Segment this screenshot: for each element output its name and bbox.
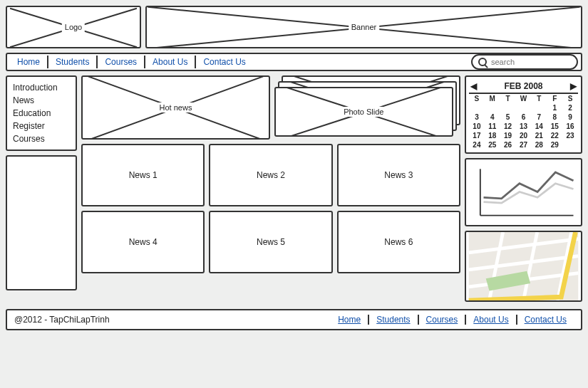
- photo-slide-pane-front: Photo Slide: [274, 87, 453, 137]
- search-box[interactable]: [471, 54, 578, 70]
- photo-slide-label: Photo Slide: [341, 107, 386, 117]
- cal-day[interactable]: 1: [547, 103, 562, 112]
- cal-dow: W: [516, 94, 532, 103]
- sidebar-item-news[interactable]: News: [13, 94, 70, 107]
- photo-slide[interactable]: Photo Slide: [274, 75, 460, 140]
- sparkline-chart: [469, 162, 578, 222]
- cal-next-icon[interactable]: ▶: [570, 81, 577, 91]
- news-grid: News 1 News 2 News 3 News 4 News 5 News …: [81, 144, 460, 273]
- cal-day[interactable]: 3: [469, 112, 485, 122]
- cal-day[interactable]: 28: [531, 140, 547, 150]
- cal-day[interactable]: 12: [500, 122, 516, 131]
- cal-dow: S: [469, 94, 485, 103]
- sidebar-empty-box: [6, 155, 77, 290]
- cal-day[interactable]: 16: [562, 122, 578, 131]
- cal-day[interactable]: 8: [547, 112, 562, 122]
- footer-links: Home Students Courses About Us Contact U…: [331, 315, 574, 325]
- calendar-grid: SMTWTFS123456789101112131415161718192021…: [469, 94, 578, 150]
- sidebar: Introduction News Education Register Cou…: [6, 75, 77, 151]
- banner-placeholder: Banner: [145, 6, 582, 48]
- cal-day[interactable]: 17: [469, 131, 485, 140]
- cal-day: [500, 103, 516, 112]
- nav-contact[interactable]: Contact Us: [196, 56, 252, 68]
- banner-label: Banner: [349, 22, 379, 32]
- news-card-4[interactable]: News 4: [81, 211, 205, 273]
- cal-dow: S: [562, 94, 578, 103]
- cal-day[interactable]: 21: [531, 131, 547, 140]
- news-card-3[interactable]: News 3: [337, 144, 460, 206]
- cal-day[interactable]: 18: [485, 131, 500, 140]
- cal-day[interactable]: 29: [547, 140, 562, 150]
- footer-link-about[interactable]: About Us: [466, 315, 517, 325]
- news-card-5[interactable]: News 5: [209, 211, 332, 273]
- footer: @2012 - TapChiLapTrinh Home Students Cou…: [6, 309, 582, 330]
- nav-links: Home Students Courses About Us Contact U…: [10, 56, 253, 68]
- cal-day: [531, 103, 547, 112]
- footer-link-contact[interactable]: Contact Us: [517, 315, 574, 325]
- cal-day[interactable]: 22: [547, 131, 562, 140]
- calendar-widget[interactable]: ◀ FEB 2008 ▶ SMTWTFS12345678910111213141…: [465, 75, 582, 154]
- cal-day[interactable]: 15: [547, 122, 562, 131]
- hot-news-label: Hot news: [157, 103, 195, 112]
- nav-students[interactable]: Students: [48, 56, 98, 68]
- cal-day: [562, 140, 578, 150]
- sidebar-item-education[interactable]: Education: [13, 107, 70, 120]
- footer-link-courses[interactable]: Courses: [419, 315, 467, 325]
- logo-placeholder: Logo: [6, 6, 141, 48]
- search-icon: [478, 58, 487, 66]
- cal-day[interactable]: 25: [485, 140, 500, 150]
- nav-about[interactable]: About Us: [145, 56, 196, 68]
- cal-day[interactable]: 20: [516, 131, 532, 140]
- sidebar-item-register[interactable]: Register: [13, 120, 70, 132]
- cal-day[interactable]: 7: [531, 112, 547, 122]
- footer-copyright: @2012 - TapChiLapTrinh: [14, 315, 110, 325]
- cal-day[interactable]: 19: [500, 131, 516, 140]
- chart-widget: [465, 158, 582, 226]
- nav-home[interactable]: Home: [10, 56, 48, 68]
- footer-link-students[interactable]: Students: [369, 315, 418, 325]
- sidebar-item-courses[interactable]: Courses: [13, 132, 70, 145]
- cal-day[interactable]: 26: [500, 140, 516, 150]
- cal-day[interactable]: 13: [516, 122, 532, 131]
- cal-day: [469, 103, 485, 112]
- cal-dow: T: [531, 94, 547, 103]
- map-icon: [466, 232, 581, 300]
- sidebar-item-introduction[interactable]: Introduction: [13, 81, 70, 94]
- cal-day: [516, 103, 532, 112]
- cal-day: [485, 103, 500, 112]
- calendar-title: FEB 2008: [504, 81, 542, 91]
- cal-dow: F: [547, 94, 562, 103]
- cal-day[interactable]: 11: [485, 122, 500, 131]
- search-input[interactable]: [490, 57, 571, 67]
- cal-day[interactable]: 27: [516, 140, 532, 150]
- cal-day[interactable]: 4: [485, 112, 500, 122]
- nav-courses[interactable]: Courses: [98, 56, 145, 68]
- cal-day[interactable]: 14: [531, 122, 547, 131]
- cal-day[interactable]: 6: [516, 112, 532, 122]
- logo-label: Logo: [62, 22, 85, 32]
- cal-dow: T: [500, 94, 516, 103]
- cal-prev-icon[interactable]: ◀: [470, 81, 477, 91]
- cal-dow: M: [485, 94, 500, 103]
- chart-series-light: [484, 184, 574, 203]
- news-card-2[interactable]: News 2: [209, 144, 332, 206]
- cal-day[interactable]: 2: [562, 103, 578, 112]
- cal-day[interactable]: 10: [469, 122, 485, 131]
- cal-day[interactable]: 9: [562, 112, 578, 122]
- map-widget[interactable]: [465, 231, 582, 302]
- cal-day[interactable]: 24: [469, 140, 485, 150]
- hot-news-box[interactable]: Hot news: [81, 75, 270, 140]
- footer-link-home[interactable]: Home: [331, 315, 369, 325]
- cal-day[interactable]: 5: [500, 112, 516, 122]
- news-card-6[interactable]: News 6: [337, 211, 460, 273]
- cal-day[interactable]: 23: [562, 131, 578, 140]
- news-card-1[interactable]: News 1: [81, 144, 205, 206]
- navbar: Home Students Courses About Us Contact U…: [6, 53, 582, 71]
